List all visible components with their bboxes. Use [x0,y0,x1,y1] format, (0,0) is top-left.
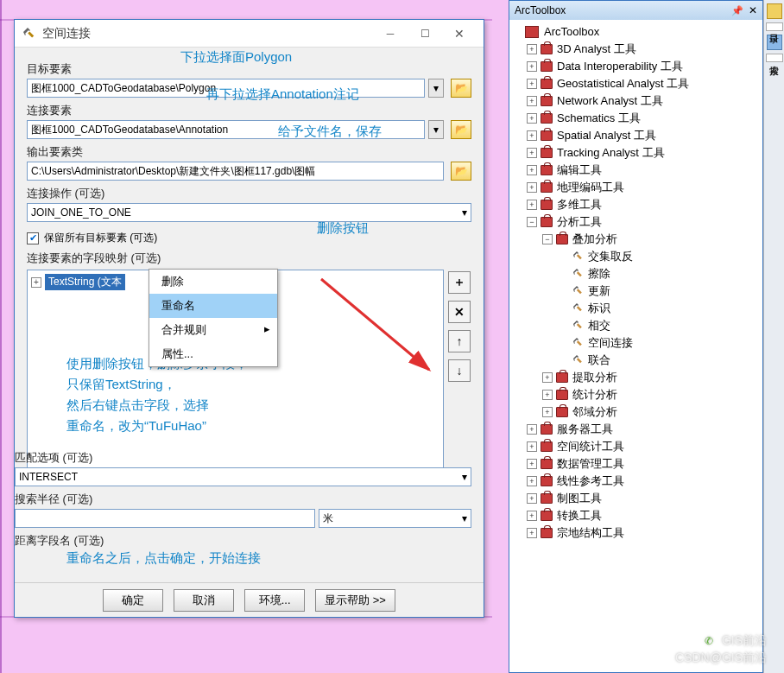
tree-tool-2[interactable]: 更新 [511,283,761,300]
tree-expander-icon[interactable]: + [527,476,537,486]
tree-expander-icon[interactable]: + [527,528,537,538]
search-icon[interactable] [767,35,782,50]
tree-toolbox-after-2[interactable]: +数据管理工具 [511,455,761,473]
right-sidebar: 目录 搜索 [763,0,784,673]
tree-toolbox-7[interactable]: +编辑工具 [511,162,761,179]
svg-rect-8 [577,358,582,363]
add-field-button[interactable]: ＋ [448,271,471,294]
folder-icon: 📂 [455,165,468,177]
radius-unit-select[interactable]: 米▾ [319,509,471,528]
tree-expander-icon[interactable]: + [527,44,537,54]
output-browse-button[interactable]: 📂 [451,162,471,181]
tree-expander-icon[interactable]: + [527,113,537,124]
tree-tool-0[interactable]: 交集取反 [511,248,761,265]
tree-analysis-sub-0[interactable]: +提取分析 [511,369,761,386]
spatial-join-dialog: 空间连接 ─ ☐ ✕ 目标要素 下拉选择面Polygon 图框1000_CADT… [14,19,484,618]
tree-expander-icon[interactable]: − [542,234,553,244]
tree-expander-icon[interactable]: + [527,148,537,158]
tree-toolbox-1[interactable]: +Data Interoperability 工具 [511,58,761,75]
tree-expander-icon[interactable]: + [527,96,537,106]
tree-toolbox-after-0[interactable]: +服务器工具 [511,421,761,438]
tree-toolbox-9[interactable]: +多维工具 [511,196,761,213]
move-up-button[interactable]: ↑ [448,330,471,352]
tree-toolbox-after-4[interactable]: +制图工具 [511,490,761,507]
tree-analysis[interactable]: −分析工具 [511,213,761,231]
tree-expander-icon[interactable]: + [527,424,537,435]
tree-toolbox-5[interactable]: +Spatial Analyst 工具 [511,127,761,144]
tree-toolbox-after-5[interactable]: +转换工具 [511,507,761,524]
tree-root[interactable]: ArcToolbox [511,23,761,41]
tree-tool-4[interactable]: 相交 [511,317,761,334]
tab-search[interactable]: 搜索 [766,54,783,62]
catalog-icon[interactable] [767,3,782,19]
ok-button[interactable]: 确定 [103,589,163,612]
tree-toolbox-2[interactable]: +Geostatistical Analyst 工具 [511,75,761,92]
menu-rename[interactable]: 重命名 [149,294,277,318]
target-browse-button[interactable]: 📂 [451,79,471,98]
menu-merge-rules[interactable]: 合并规则▸ [149,318,277,342]
tree-analysis-sub-1[interactable]: +统计分析 [511,386,761,403]
match-option-select[interactable]: INTERSECT▾ [15,467,471,486]
move-down-button[interactable]: ↓ [448,359,471,382]
tree-expand-icon[interactable]: + [31,277,41,288]
tree-analysis-sub-2[interactable]: +邻域分析 [511,403,761,421]
cancel-button[interactable]: 取消 [174,589,234,612]
tree-label: 标识 [588,300,610,317]
show-help-button[interactable]: 显示帮助 >> [315,589,395,612]
tab-catalog[interactable]: 目录 [766,22,783,31]
tree-expander-icon[interactable]: + [542,372,553,383]
tree-expander-icon[interactable]: + [527,79,537,89]
tree-expander-icon[interactable]: + [527,130,537,141]
tree-toolbox-after-3[interactable]: +线性参考工具 [511,473,761,490]
tree-toolbox-8[interactable]: +地理编码工具 [511,179,761,196]
hammer-icon [572,251,584,263]
toolbox-icon [541,96,553,106]
tree-expander-icon[interactable]: − [527,217,537,227]
tree-expander-icon[interactable]: + [542,407,553,417]
tree-tool-6[interactable]: 联合 [511,352,761,369]
tree-label: 邻域分析 [572,403,617,421]
tree-expander-icon[interactable]: + [527,61,537,72]
tree-toolbox-after-1[interactable]: +空间统计工具 [511,438,761,455]
join-browse-button[interactable]: 📂 [451,120,471,139]
tree-expander-icon[interactable]: + [527,182,537,193]
fieldmap-side-buttons: ＋ ✕ ↑ ↓ [447,270,471,468]
join-operation-select[interactable]: JOIN_ONE_TO_ONE▾ [27,203,471,222]
tree-overlay[interactable]: −叠加分析 [511,231,761,248]
tree-toolbox-after-6[interactable]: +宗地结构工具 [511,524,761,542]
panel-titlebar[interactable]: ArcToolbox 📌 ✕ [509,1,762,20]
toolbox-tree[interactable]: ArcToolbox+3D Analyst 工具+Data Interopera… [509,20,762,545]
tree-expander-icon[interactable]: + [527,459,537,469]
search-radius-input[interactable] [15,509,315,528]
menu-properties[interactable]: 属性... [149,342,277,366]
pin-icon[interactable]: 📌 [731,5,743,16]
tree-toolbox-3[interactable]: +Network Analyst 工具 [511,92,761,110]
bottom-annotation: 重命名之后，点击确定，开始连接 [66,550,484,567]
tree-expander-icon[interactable]: + [527,511,537,521]
tree-tool-5[interactable]: 空间连接 [511,334,761,352]
target-dropdown-button[interactable]: ▾ [428,79,444,98]
tree-expander-icon[interactable]: + [527,165,537,175]
tree-tool-1[interactable]: 擦除 [511,265,761,283]
tree-expander-icon[interactable]: + [542,390,553,400]
close-button[interactable]: ✕ [442,22,477,46]
panel-close-icon[interactable]: ✕ [749,4,757,16]
tree-expander-icon[interactable]: + [527,441,537,452]
join-dropdown-button[interactable]: ▾ [428,120,444,139]
tree-toolbox-6[interactable]: +Tracking Analyst 工具 [511,144,761,162]
tree-expander-icon[interactable]: + [527,200,537,210]
minimize-button[interactable]: ─ [373,22,408,46]
tree-toolbox-0[interactable]: +3D Analyst 工具 [511,41,761,58]
environments-button[interactable]: 环境... [244,589,305,612]
toolbox-icon [541,79,553,89]
dialog-titlebar[interactable]: 空间连接 ─ ☐ ✕ [15,20,484,48]
tree-expander-icon[interactable]: + [527,493,537,504]
delete-field-button[interactable]: ✕ [448,301,471,323]
maximize-button[interactable]: ☐ [408,22,442,46]
tree-tool-3[interactable]: 标识 [511,300,761,317]
tree-toolbox-4[interactable]: +Schematics 工具 [511,110,761,127]
menu-delete[interactable]: 删除 [149,270,277,294]
output-input[interactable]: C:\Users\Administrator\Desktop\新建文件夹\图框1… [27,162,444,181]
keep-all-checkbox[interactable]: ✔ [27,232,39,244]
svg-rect-6 [577,323,582,328]
